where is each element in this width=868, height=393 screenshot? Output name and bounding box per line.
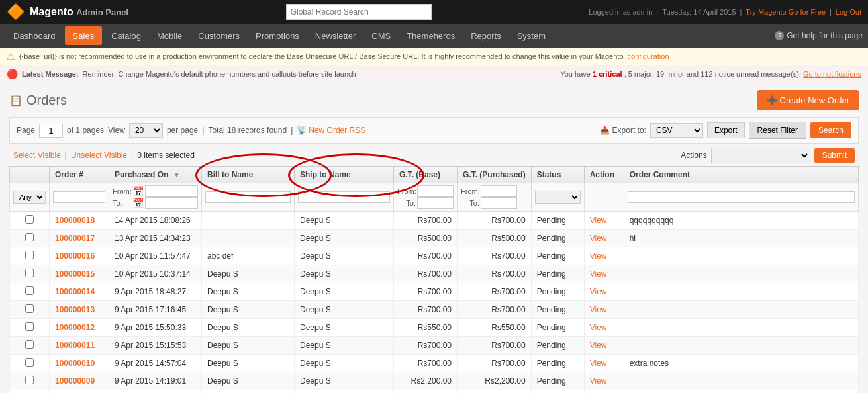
filter-gt-pur-to-input[interactable] [481, 197, 517, 209]
global-search-input[interactable] [286, 4, 432, 20]
row-checkbox-cell [10, 247, 50, 265]
nav-system[interactable]: System [509, 24, 554, 48]
order-link[interactable]: 100000017 [55, 234, 95, 243]
view-link[interactable]: View [590, 251, 607, 261]
warn-bar-1: ⚠ {{base_url}} is not recommended to use… [0, 48, 868, 66]
order-link[interactable]: 100000010 [55, 359, 95, 368]
try-magento-link[interactable]: Try Magento Go for Free [746, 8, 826, 16]
row-checkbox[interactable] [25, 340, 34, 349]
row-bill-to: Deepu S [202, 355, 295, 372]
row-checkbox[interactable] [25, 215, 34, 224]
filter-any-select[interactable]: Any Yes No [13, 191, 46, 204]
row-checkbox[interactable] [25, 322, 34, 331]
separator2: | [740, 8, 742, 16]
view-link[interactable]: View [590, 359, 607, 368]
order-link[interactable]: 100000012 [55, 323, 95, 332]
order-link[interactable]: 100000013 [55, 305, 95, 314]
row-checkbox[interactable] [25, 251, 34, 259]
view-link[interactable]: View [590, 376, 607, 386]
filter-status-select[interactable]: Pending Processing Complete Canceled [535, 191, 581, 204]
view-link[interactable]: View [590, 234, 607, 243]
filter-gt-pur-from-input[interactable] [481, 185, 517, 197]
logo-text: Magento Admin Panel [30, 6, 128, 18]
export-button[interactable]: Export [707, 122, 745, 138]
nav-newsletter[interactable]: Newsletter [307, 24, 363, 48]
filter-date-from-input[interactable] [145, 185, 198, 197]
filter-bill-input[interactable] [205, 191, 291, 203]
nav-mobile[interactable]: Mobile [149, 24, 190, 48]
search-button[interactable]: Search [810, 122, 851, 138]
row-action: View [584, 283, 624, 301]
orders-table: Order # Purchased On ▼ Bill to Name Ship… [9, 166, 859, 393]
row-checkbox[interactable] [25, 233, 34, 241]
actions-dropdown[interactable] [711, 148, 810, 163]
goto-notifications-link[interactable]: Go to notifications [803, 70, 861, 78]
row-status: Pending [531, 301, 584, 319]
row-checkbox[interactable] [25, 286, 34, 295]
plus-icon: ➕ [767, 95, 777, 105]
row-comment: Use light colors [624, 390, 858, 394]
filter-gt-base: From: To: [394, 183, 458, 212]
to-calendar-icon[interactable]: 📅 [132, 198, 144, 208]
create-btn-label: Create New Order [780, 95, 849, 105]
new-order-rss-link[interactable]: 📡 New Order RSS [297, 126, 365, 135]
row-ship-to: Deepu S [295, 283, 394, 301]
filter-ship-input[interactable] [298, 191, 390, 203]
filter-gt-base-to-input[interactable] [417, 197, 454, 209]
row-checkbox[interactable] [25, 304, 34, 313]
order-link[interactable]: 100000018 [55, 216, 95, 225]
nav-sales[interactable]: Sales [65, 26, 103, 45]
nav-dashboard[interactable]: Dashboard [5, 24, 64, 48]
warn-config-link[interactable]: configuration [628, 52, 669, 60]
filter-date-to-input[interactable] [145, 197, 198, 209]
row-action: View [584, 372, 624, 390]
unselect-visible-link[interactable]: Unselect Visible [71, 151, 127, 160]
order-link[interactable]: 100000009 [55, 376, 95, 386]
view-select[interactable]: 20 50 100 [129, 123, 163, 138]
view-link[interactable]: View [590, 323, 607, 332]
view-link[interactable]: View [590, 216, 607, 225]
view-link[interactable]: View [590, 287, 607, 296]
reset-filter-button[interactable]: Reset Filter [749, 122, 806, 139]
from-calendar-icon[interactable]: 📅 [132, 186, 144, 196]
table-row: 100000018 14 Apr 2015 18:08:26 Deepu S R… [10, 212, 859, 230]
create-new-order-button[interactable]: ➕ Create New Order [757, 90, 859, 110]
help-button[interactable]: Get help for this page [775, 31, 863, 40]
filter-gt-base-from-input[interactable] [417, 185, 454, 197]
row-gt-purchased: Rs700.00 [458, 265, 532, 283]
toolbar-right: 📤 Export to: CSV Excel XML Export Reset … [600, 122, 851, 139]
submit-button[interactable]: Submit [814, 148, 855, 163]
col-header-checkbox [10, 167, 50, 183]
order-link[interactable]: 100000011 [55, 341, 95, 350]
page-input[interactable] [39, 124, 63, 138]
row-gt-base: Rs500.00 [394, 230, 458, 247]
order-link[interactable]: 100000015 [55, 269, 95, 279]
row-comment [624, 372, 858, 390]
row-checkbox-cell [10, 230, 50, 247]
nav-cms[interactable]: CMS [363, 24, 399, 48]
date-text: Tuesday, 14 April 2015 [662, 8, 736, 16]
row-bill-to [202, 212, 295, 230]
view-link[interactable]: View [590, 269, 607, 279]
view-link[interactable]: View [590, 341, 607, 350]
row-checkbox[interactable] [25, 376, 34, 384]
logout-link[interactable]: Log Out [836, 8, 861, 16]
row-status: Pending [531, 355, 584, 372]
view-link[interactable]: View [590, 305, 607, 314]
export-format-select[interactable]: CSV Excel XML [650, 123, 703, 138]
filter-comment-input[interactable] [628, 191, 855, 203]
filter-order-input[interactable] [53, 191, 105, 203]
select-visible-link[interactable]: Select Visible [13, 151, 61, 160]
row-checkbox[interactable] [25, 269, 34, 277]
nav-themeheros[interactable]: Themeheros [399, 24, 463, 48]
order-link[interactable]: 100000014 [55, 287, 95, 296]
nav-customers[interactable]: Customers [190, 24, 248, 48]
nav-catalog[interactable]: Catalog [103, 24, 149, 48]
nav-promotions[interactable]: Promotions [248, 24, 307, 48]
nav-reports[interactable]: Reports [463, 24, 509, 48]
row-checkbox[interactable] [25, 358, 34, 367]
export-to-text: Export to: [612, 126, 646, 135]
row-order-number: 100000014 [50, 283, 109, 301]
order-link[interactable]: 100000016 [55, 251, 95, 261]
row-action: View [584, 301, 624, 319]
